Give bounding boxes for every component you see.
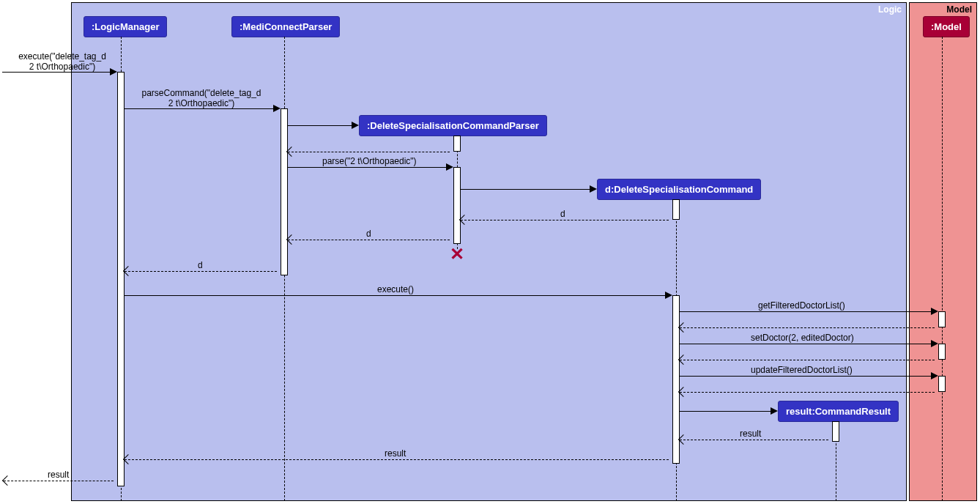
logic-region: Logic <box>71 2 907 501</box>
arrow-result-out <box>4 481 114 481</box>
participant-deletespeccommandparser: :DeleteSpecialisationCommandParser <box>359 115 547 136</box>
activation-model-2 <box>938 344 946 360</box>
activation-cmd-create <box>672 199 680 220</box>
destroy-icon: ✕ <box>450 248 463 261</box>
arrowhead-create-cmd <box>590 185 597 193</box>
arrow-parsecommand <box>125 108 277 109</box>
label-d3: d <box>198 260 203 270</box>
activation-parser-parse <box>453 167 461 244</box>
arrow-return-result1 <box>680 440 828 440</box>
label-parsecommand: parseCommand("delete_tag_d 2 t\Orthopaed… <box>128 88 275 108</box>
arrow-getfiltereddoctorlist <box>680 311 935 312</box>
arrow-return-d1 <box>461 220 669 220</box>
arrow-create-result <box>680 411 774 412</box>
arrow-execute <box>125 295 669 296</box>
label-updatefiltered: updateFilteredDoctorList() <box>751 365 853 375</box>
label-getfiltereddoctorlist: getFilteredDoctorList() <box>758 300 845 311</box>
arrow-create-cmd <box>461 189 593 190</box>
label-result-out: result <box>48 470 69 480</box>
label-execute-in: execute("delete_tag_d 2 t\Orthopaedic") <box>7 51 117 72</box>
activation-commandresult <box>832 421 839 442</box>
arrow-return-create-parser <box>288 152 450 152</box>
label-d2: d <box>366 229 371 239</box>
arrow-return-d3 <box>125 271 277 272</box>
participant-model: :Model <box>923 16 970 37</box>
model-region: Model <box>909 2 977 501</box>
label-setdoctor: setDoctor(2, editedDoctor) <box>751 333 854 343</box>
arrow-parse <box>288 167 450 168</box>
label-d1: d <box>560 209 565 219</box>
participant-deletespeccommand: d:DeleteSpecialisationCommand <box>597 179 761 200</box>
arrow-create-parser <box>288 125 355 126</box>
arrow-return-d2 <box>288 240 450 240</box>
activation-logicmanager <box>117 72 125 486</box>
label-result1: result <box>740 429 761 439</box>
arrow-return-setdoctor <box>680 360 935 360</box>
participant-logicmanager: :LogicManager <box>83 16 167 37</box>
arrowhead-create-result <box>771 407 778 415</box>
activation-parser-create <box>453 136 461 152</box>
label-result2: result <box>385 448 406 459</box>
arrowhead-create-parser <box>352 122 359 129</box>
model-region-label: Model <box>946 4 972 15</box>
lifeline-model <box>942 37 943 501</box>
participant-mediconnectparser: :MediConnectParser <box>231 16 340 37</box>
activation-model-3 <box>938 376 946 392</box>
arrow-updatefiltered <box>680 376 935 377</box>
arrowhead-result-out <box>2 475 12 486</box>
label-execute: execute() <box>377 284 414 294</box>
arrowhead-execute <box>665 292 672 299</box>
arrow-return-getfiltered <box>680 327 935 328</box>
arrowhead-updatefiltered <box>931 372 938 379</box>
arrow-setdoctor <box>680 344 935 344</box>
arrow-execute-in <box>2 72 114 73</box>
activation-model-1 <box>938 311 946 327</box>
label-parse: parse("2 t\Orthopaedic") <box>322 156 417 166</box>
arrow-return-result2 <box>125 459 669 460</box>
activation-mediconnectparser <box>281 108 288 275</box>
arrowhead-setdoctor <box>931 340 938 347</box>
participant-commandresult: result:CommandResult <box>778 401 899 422</box>
logic-region-label: Logic <box>878 4 902 15</box>
arrow-return-updatefiltered <box>680 392 935 393</box>
arrowhead-parse <box>446 163 453 171</box>
arrowhead-getfiltereddoctorlist <box>931 308 938 315</box>
